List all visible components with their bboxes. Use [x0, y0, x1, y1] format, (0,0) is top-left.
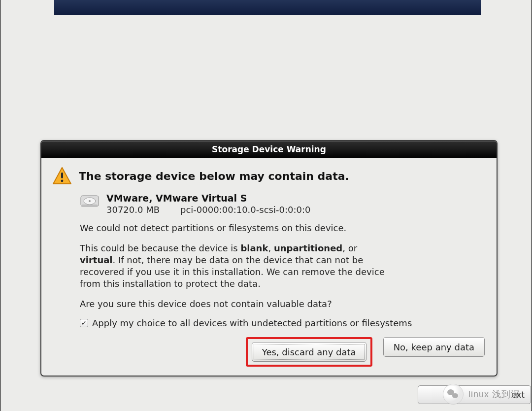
apply-all-checkbox-label: Apply my choice to all devices with unde…: [92, 318, 412, 328]
installer-screen: ext Storage Device Warning The storage d…: [0, 0, 532, 411]
svg-point-2: [61, 180, 64, 182]
dialog-headline: The storage device below may contain dat…: [79, 170, 349, 182]
dialog-paragraph-3: Are you sure this device does not contai…: [80, 298, 385, 310]
no-keep-button[interactable]: No, keep any data: [383, 337, 485, 357]
device-details: 30720.0 MBpci-0000:00:10.0-scsi-0:0:0:0: [106, 205, 310, 216]
dialog-title: Storage Device Warning: [212, 144, 326, 154]
device-row: VMware, VMware Virtual S 30720.0 MBpci-0…: [80, 193, 486, 215]
next-button-label: ext: [511, 390, 525, 400]
apply-all-checkbox[interactable]: ✓: [80, 319, 88, 327]
device-path: pci-0000:00:10.0-scsi-0:0:0:0: [180, 205, 310, 215]
hard-drive-icon: [80, 193, 100, 209]
svg-rect-1: [61, 172, 63, 178]
svg-rect-6: [82, 205, 98, 207]
apply-all-checkbox-row[interactable]: ✓ Apply my choice to all devices with un…: [80, 318, 486, 328]
dialog-paragraph-2: This could be because the device is blan…: [80, 242, 385, 290]
device-name: VMware, VMware Virtual S: [106, 193, 310, 205]
dialog-titlebar[interactable]: Storage Device Warning: [41, 141, 497, 158]
installer-header-banner: [54, 0, 481, 15]
next-button[interactable]: ext: [418, 385, 531, 404]
device-size: 30720.0 MB: [106, 205, 160, 215]
svg-point-5: [89, 200, 91, 202]
storage-warning-dialog: Storage Device Warning The storage devic…: [40, 140, 498, 377]
dialog-button-row: Yes, discard any data No, keep any data: [52, 337, 486, 367]
tutorial-highlight: Yes, discard any data: [246, 337, 372, 367]
no-keep-label: No, keep any data: [394, 342, 474, 352]
dialog-body: The storage device below may contain dat…: [41, 158, 497, 376]
warning-icon: [52, 166, 72, 186]
dialog-paragraph-1: We could not detect partitions or filesy…: [80, 222, 385, 234]
yes-discard-label: Yes, discard any data: [262, 347, 356, 357]
yes-discard-button[interactable]: Yes, discard any data: [252, 342, 366, 362]
